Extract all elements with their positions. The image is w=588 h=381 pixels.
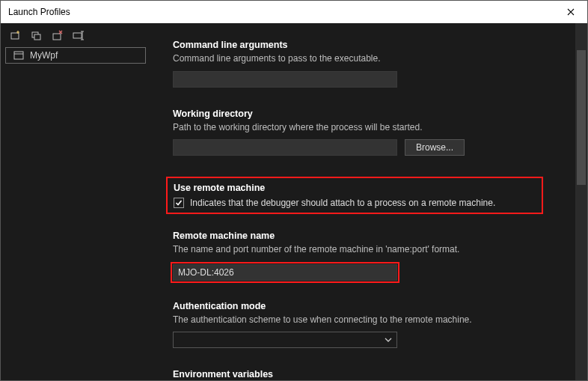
working-directory-input[interactable] [173, 139, 397, 156]
section-description: Command line arguments to pass to the ex… [173, 53, 565, 65]
svg-rect-4 [73, 33, 82, 38]
rename-profile-icon[interactable] [73, 29, 85, 41]
close-button[interactable] [554, 1, 587, 23]
svg-rect-3 [53, 34, 61, 40]
use-remote-machine-checkbox[interactable] [174, 198, 184, 208]
sidebar-toolbar [1, 23, 150, 44]
section-working-directory: Working directory Path to the working di… [173, 109, 565, 156]
highlight-remote-name [171, 262, 399, 283]
remote-machine-name-input[interactable] [173, 264, 397, 281]
duplicate-profile-icon[interactable] [31, 29, 43, 41]
main-panel: Command line arguments Command line argu… [150, 23, 587, 380]
profile-item-mywpf[interactable]: MyWpf [5, 47, 146, 64]
close-icon [567, 8, 575, 16]
profile-item-label: MyWpf [30, 50, 58, 61]
svg-rect-5 [14, 52, 23, 59]
section-description: The authentication scheme to use when co… [173, 314, 565, 326]
section-description: Path to the working directory where the … [173, 122, 565, 134]
section-command-line-arguments: Command line arguments Command line argu… [173, 40, 565, 88]
new-profile-icon[interactable] [10, 29, 22, 41]
svg-rect-2 [34, 34, 40, 40]
checkmark-icon [175, 199, 183, 207]
scrollbar[interactable] [575, 23, 587, 380]
section-title: Use remote machine [174, 183, 536, 193]
section-environment-variables-title: Environment variables [173, 369, 565, 380]
profile-list: MyWpf [1, 44, 150, 67]
checkbox-label: Indicates that the debugger should attac… [190, 198, 495, 208]
section-title: Working directory [173, 109, 565, 119]
dialog-body: MyWpf Command line arguments Command lin… [1, 23, 587, 380]
section-title: Command line arguments [173, 40, 565, 50]
section-remote-machine-name: Remote machine name The name and port nu… [173, 231, 565, 283]
section-description: The name and port number of the remote m… [173, 244, 565, 256]
section-title: Remote machine name [173, 231, 565, 241]
section-authentication-mode: Authentication mode The authentication s… [173, 301, 565, 349]
section-title: Authentication mode [173, 301, 565, 311]
launch-profiles-dialog: Launch Profiles [0, 0, 588, 381]
browse-button[interactable]: Browse... [405, 139, 465, 156]
sidebar: MyWpf [1, 23, 150, 380]
section-use-remote-machine: Use remote machine Indicates that the de… [173, 177, 565, 214]
scrollbar-thumb[interactable] [577, 50, 586, 185]
svg-rect-0 [11, 33, 19, 39]
project-icon [13, 51, 24, 60]
command-line-arguments-input[interactable] [173, 71, 397, 88]
highlight-remote-checkbox: Use remote machine Indicates that the de… [166, 177, 543, 214]
authentication-mode-select[interactable] [173, 332, 397, 348]
titlebar: Launch Profiles [1, 1, 587, 23]
window-title: Launch Profiles [8, 7, 70, 17]
delete-profile-icon[interactable] [52, 29, 64, 41]
chevron-down-icon [385, 336, 392, 344]
